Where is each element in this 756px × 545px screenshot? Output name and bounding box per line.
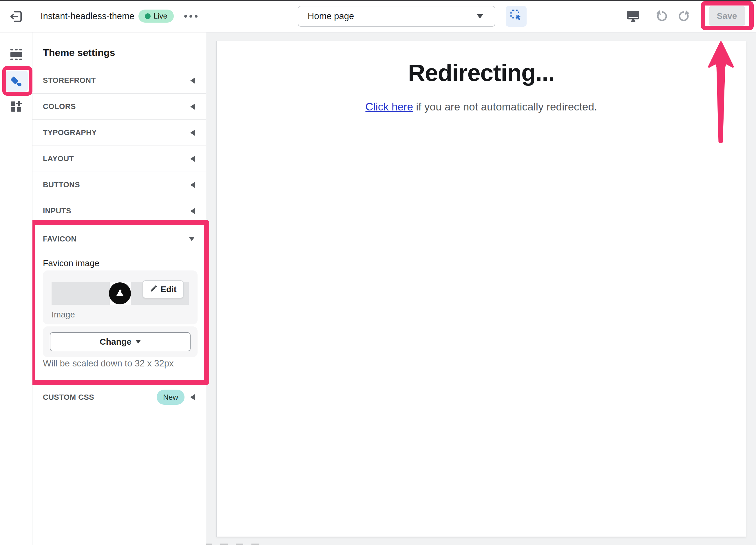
favicon-helper-text: Will be scaled down to 32 x 32px [43,358,174,369]
topbar-divider [649,0,649,32]
select-element-icon [509,8,523,24]
expanded-caret-icon [189,237,195,241]
section-label: LAYOUT [43,154,190,163]
paint-brush-icon [10,74,24,89]
section-row-typography[interactable]: TYPOGRAPHY [32,120,206,146]
favicon-image-picker-card: Edit Image [43,270,198,325]
collapsed-caret-icon [190,130,195,136]
section-label: BUTTONS [43,180,190,189]
section-row-buttons[interactable]: BUTTONS [32,172,206,198]
redirect-message-rest: if you are not automatically redirected. [413,101,597,113]
redo-icon [677,19,690,24]
window-top-edge [0,0,756,1]
page-selector-value: Home page [308,11,477,21]
exit-editor-button[interactable] [9,10,23,23]
theme-settings-panel: Theme settings STOREFRONT COLORS TYPOGRA… [32,32,206,545]
section-row-layout[interactable]: LAYOUT [32,146,206,172]
select-element-button[interactable] [506,6,527,27]
collapsed-caret-icon [190,156,195,162]
section-label: INPUTS [43,206,190,215]
dropdown-caret-icon [477,14,483,19]
save-button[interactable]: Save [709,6,745,26]
section-label: TYPOGRAPHY [43,128,190,137]
desktop-preview-icon [626,20,641,25]
section-row-favicon[interactable]: FAVICON [32,225,206,253]
undo-icon [655,19,669,24]
collapsed-caret-icon [190,182,195,188]
apps-icon [10,109,23,114]
overflow-menu-icon [184,15,187,18]
redirect-message: Click here if you are not automatically … [217,101,746,113]
theme-actions-menu-button[interactable] [182,0,199,32]
rail-item-theme-settings[interactable] [6,71,28,92]
section-label: COLORS [43,102,190,111]
live-dot-icon [145,13,151,19]
collapsed-caret-icon [190,104,195,110]
live-badge-label: Live [154,12,167,21]
top-bar: Instant-headless-theme Live Home page [0,0,756,32]
pencil-icon [150,285,158,295]
collapsed-caret-icon [190,208,195,214]
dropdown-caret-icon [136,340,141,344]
section-label: FAVICON [43,234,189,243]
section-row-custom-css[interactable]: CUSTOM CSS New [32,384,206,410]
editor-nav-rail [0,32,32,545]
favicon-image-field-label: Favicon image [43,258,99,268]
redirecting-heading: Redirecting... [217,59,746,86]
device-preview-button[interactable] [626,9,641,24]
theme-name-title: Instant-headless-theme [41,0,134,32]
page-selector-dropdown[interactable]: Home page [298,6,495,27]
live-status-badge: Live [138,10,174,23]
rail-item-apps[interactable] [10,100,23,113]
section-row-colors[interactable]: COLORS [32,94,206,120]
edit-image-button[interactable]: Edit [143,280,184,298]
collapsed-caret-icon [190,394,195,400]
change-image-button[interactable]: Change [50,332,191,351]
click-here-link[interactable]: Click here [366,101,413,113]
exit-icon [9,19,23,24]
panel-title: Theme settings [43,47,115,58]
rail-item-sections[interactable] [10,48,23,61]
undo-button[interactable] [655,10,669,23]
storefront-preview-frame: Redirecting... Click here if you are not… [216,41,746,537]
favicon-change-card: Change [43,327,198,357]
sections-icon [10,57,23,62]
theme-editor-app: Instant-headless-theme Live Home page [0,0,756,545]
section-label: CUSTOM CSS [43,393,157,402]
change-button-label: Change [100,337,132,347]
edit-button-label: Edit [161,285,177,294]
favicon-logo-icon [109,283,131,305]
redo-button[interactable] [677,10,690,23]
favicon-image-caption: Image [52,310,75,320]
section-label: STOREFRONT [43,76,190,85]
section-row-storefront[interactable]: STOREFRONT [32,68,206,94]
section-row-inputs[interactable]: INPUTS [32,198,206,224]
collapsed-caret-icon [190,78,195,83]
preview-area: Redirecting... Click here if you are not… [207,33,756,545]
new-feature-badge: New [157,390,185,405]
